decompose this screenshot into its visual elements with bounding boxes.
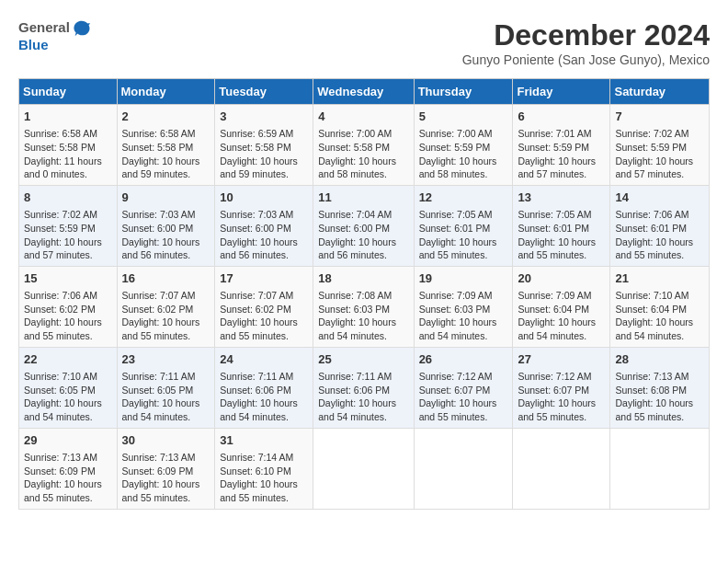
day-number: 15 [24,270,112,287]
day-number: 8 [24,190,112,206]
calendar-cell: 2Sunrise: 6:58 AMSunset: 5:58 PMDaylight… [117,105,215,186]
sunrise-text: Sunrise: 7:11 AM [122,371,196,382]
sunset-text: Sunset: 6:03 PM [419,304,491,315]
daylight-text: Daylight: 10 hours and 56 minutes. [122,236,200,261]
calendar-cell: 15Sunrise: 7:06 AMSunset: 6:02 PMDayligh… [19,266,118,347]
calendar-cell: 13Sunrise: 7:05 AMSunset: 6:01 PMDayligh… [513,185,610,266]
sunset-text: Sunset: 5:59 PM [419,142,491,153]
sunset-text: Sunset: 6:04 PM [518,304,589,315]
day-number: 4 [318,109,408,125]
sunset-text: Sunset: 5:58 PM [24,142,96,153]
daylight-text: Daylight: 10 hours and 54 minutes. [318,316,396,341]
sunset-text: Sunset: 5:59 PM [518,142,589,153]
header-day-sunday: Sunday [19,79,118,105]
sunrise-text: Sunrise: 7:09 AM [518,290,591,301]
day-number: 21 [615,270,704,287]
logo-text-blue: Blue [18,37,92,52]
day-number: 31 [220,432,308,449]
header-day-thursday: Thursday [414,79,513,105]
sunrise-text: Sunrise: 7:05 AM [518,209,591,220]
sunrise-text: Sunrise: 7:05 AM [419,209,493,220]
calendar-cell: 8Sunrise: 7:02 AMSunset: 5:59 PMDaylight… [19,185,118,266]
logo-text-general: General [18,19,70,35]
calendar-cell: 10Sunrise: 7:03 AMSunset: 6:00 PMDayligh… [215,185,313,266]
day-number: 19 [419,270,508,287]
sunrise-text: Sunrise: 6:58 AM [24,128,97,139]
day-number: 29 [24,432,112,449]
daylight-text: Daylight: 10 hours and 56 minutes. [318,236,396,261]
daylight-text: Daylight: 10 hours and 55 minutes. [518,397,596,422]
sunset-text: Sunset: 6:02 PM [24,304,96,315]
sunset-text: Sunset: 6:00 PM [220,223,291,234]
calendar-cell: 29Sunrise: 7:13 AMSunset: 6:09 PMDayligh… [19,428,118,509]
calendar-week-1: 1Sunrise: 6:58 AMSunset: 5:58 PMDaylight… [19,105,710,186]
sunset-text: Sunset: 6:01 PM [615,223,687,234]
title-block: December 2024 Gunyo Poniente (San Jose G… [462,18,710,75]
daylight-text: Daylight: 10 hours and 57 minutes. [615,155,693,180]
calendar-cell: 5Sunrise: 7:00 AMSunset: 5:59 PMDaylight… [414,105,513,186]
day-number: 26 [419,351,508,368]
sunset-text: Sunset: 6:09 PM [24,465,96,477]
calendar-cell: 30Sunrise: 7:13 AMSunset: 6:09 PMDayligh… [117,428,215,509]
sunrise-text: Sunrise: 7:13 AM [24,452,97,463]
sunrise-text: Sunrise: 7:02 AM [24,209,97,220]
daylight-text: Daylight: 10 hours and 58 minutes. [318,155,396,180]
daylight-text: Daylight: 10 hours and 54 minutes. [615,316,693,341]
sunrise-text: Sunrise: 7:13 AM [615,371,688,382]
day-number: 2 [122,109,210,125]
daylight-text: Daylight: 10 hours and 55 minutes. [24,478,102,503]
sunrise-text: Sunrise: 6:59 AM [220,128,293,139]
sunset-text: Sunset: 6:09 PM [122,465,194,477]
day-number: 16 [122,270,210,287]
header-day-wednesday: Wednesday [313,79,414,105]
day-number: 14 [615,190,704,206]
sunrise-text: Sunrise: 7:12 AM [518,371,591,382]
daylight-text: Daylight: 10 hours and 55 minutes. [24,316,102,341]
calendar-cell: 17Sunrise: 7:07 AMSunset: 6:02 PMDayligh… [215,266,313,347]
header-day-tuesday: Tuesday [215,79,313,105]
daylight-text: Daylight: 10 hours and 55 minutes. [615,397,693,422]
daylight-text: Daylight: 10 hours and 56 minutes. [220,236,298,261]
sunset-text: Sunset: 6:02 PM [122,304,194,315]
calendar-cell: 11Sunrise: 7:04 AMSunset: 6:00 PMDayligh… [313,185,414,266]
calendar-cell: 16Sunrise: 7:07 AMSunset: 6:02 PMDayligh… [117,266,215,347]
daylight-text: Daylight: 11 hours and 0 minutes. [24,155,102,180]
calendar-table: SundayMondayTuesdayWednesdayThursdayFrid… [18,78,710,510]
calendar-cell: 7Sunrise: 7:02 AMSunset: 5:59 PMDaylight… [610,105,710,186]
sunrise-text: Sunrise: 7:00 AM [419,128,493,139]
day-number: 24 [220,351,308,368]
sunset-text: Sunset: 6:00 PM [318,223,390,234]
calendar-cell: 19Sunrise: 7:09 AMSunset: 6:03 PMDayligh… [414,266,513,347]
day-number: 28 [615,351,704,368]
daylight-text: Daylight: 10 hours and 54 minutes. [220,397,298,422]
sunset-text: Sunset: 5:58 PM [220,142,291,153]
daylight-text: Daylight: 10 hours and 55 minutes. [615,236,693,261]
header-day-friday: Friday [513,79,610,105]
logo-general: General [18,18,92,39]
daylight-text: Daylight: 10 hours and 54 minutes. [122,397,200,422]
sunset-text: Sunset: 6:00 PM [122,223,194,234]
daylight-text: Daylight: 10 hours and 54 minutes. [24,397,102,422]
header-day-monday: Monday [117,79,215,105]
sunset-text: Sunset: 6:07 PM [518,385,589,396]
daylight-text: Daylight: 10 hours and 55 minutes. [220,316,298,341]
sunset-text: Sunset: 6:03 PM [318,304,390,315]
calendar-cell: 31Sunrise: 7:14 AMSunset: 6:10 PMDayligh… [215,428,313,509]
calendar-cell: 4Sunrise: 7:00 AMSunset: 5:58 PMDaylight… [313,105,414,186]
sunset-text: Sunset: 6:05 PM [122,385,194,396]
sunrise-text: Sunrise: 7:11 AM [220,371,293,382]
logo-bird-icon [72,18,92,39]
sunrise-text: Sunrise: 7:00 AM [318,128,392,139]
day-number: 18 [318,270,408,287]
day-number: 30 [122,432,210,449]
day-number: 17 [220,270,308,287]
sunrise-text: Sunrise: 7:12 AM [419,371,493,382]
calendar-cell: 26Sunrise: 7:12 AMSunset: 6:07 PMDayligh… [414,347,513,428]
sunrise-text: Sunrise: 7:06 AM [615,209,688,220]
day-number: 6 [518,109,605,125]
day-number: 7 [615,109,704,125]
day-number: 10 [220,190,308,206]
daylight-text: Daylight: 10 hours and 55 minutes. [518,236,596,261]
day-number: 3 [220,109,308,125]
calendar-week-4: 22Sunrise: 7:10 AMSunset: 6:05 PMDayligh… [19,347,710,428]
